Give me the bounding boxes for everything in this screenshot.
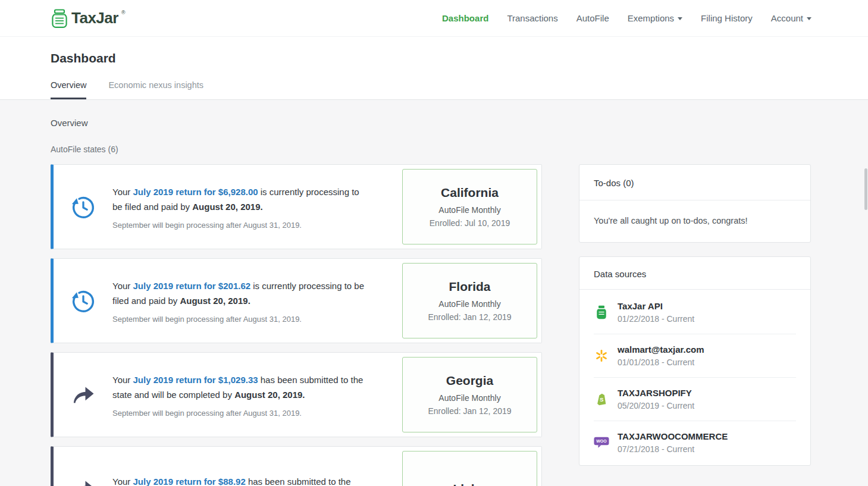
data-source-name: walmart@taxjar.com (618, 344, 704, 355)
data-source-list: TaxJar API 01/22/2018 - Current walmart@… (579, 290, 810, 465)
return-status-text: Your July 2019 return for $88.92 has bee… (112, 474, 365, 486)
due-date-text: August 20, 2019. (180, 296, 250, 306)
nav-item-label: Filing History (701, 13, 753, 23)
data-source-name: TaxJar API (618, 300, 694, 312)
walmart-spark-icon (595, 349, 608, 362)
taxjar-jar-logo-icon (51, 9, 68, 28)
brand-name: TaxJar (71, 9, 118, 27)
scrollbar[interactable] (864, 168, 867, 210)
nav-item-dashboard[interactable]: Dashboard (442, 13, 488, 23)
state-summary-box: California AutoFile Monthly Enrolled: Ju… (402, 169, 537, 244)
tab-economic-nexus-insights[interactable]: Economic nexus insights (108, 80, 203, 99)
data-source-icon-wrap: WOO (594, 437, 609, 449)
status-text-prefix: Your (112, 281, 133, 291)
status-text-prefix: Your (112, 375, 133, 385)
woocommerce-icon: WOO (594, 437, 609, 449)
right-column: To-dos (0) You're all caught up on to-do… (579, 164, 811, 466)
return-amount-link[interactable]: July 2019 return for $88.92 (133, 476, 245, 486)
enrolled-date: Enrolled: Jan 12, 2019 (428, 406, 511, 416)
status-icon-wrap (54, 382, 112, 407)
tab-overview[interactable]: Overview (51, 80, 86, 99)
main-content: Overview AutoFile states (6) Your July 2… (0, 100, 868, 486)
autofile-state-card: Your July 2019 return for $88.92 has bee… (51, 446, 542, 486)
chevron-down-icon (807, 17, 811, 20)
svg-text:WOO: WOO (596, 439, 607, 443)
nav-item-filing-history[interactable]: Filing History (701, 13, 753, 23)
autofile-plan: AutoFile Monthly (438, 393, 500, 403)
state-name: Idaho (453, 482, 487, 486)
status-icon-wrap (54, 476, 112, 486)
overview-section-label: Overview (51, 118, 868, 128)
page-tabs: Overview Economic nexus insights (51, 80, 817, 99)
data-source-period: 05/20/2019 - Current (618, 400, 694, 411)
page-title: Dashboard (51, 37, 817, 65)
state-name: Georgia (446, 374, 493, 388)
data-source-period: 01/22/2018 - Current (618, 313, 694, 324)
nav-item-account[interactable]: Account (771, 13, 811, 23)
due-date-text: August 20, 2019. (234, 390, 305, 400)
return-status-text: Your July 2019 return for $201.62 is cur… (112, 278, 365, 324)
return-status-text: Your July 2019 return for $1,029.33 has … (112, 372, 365, 418)
nav-item-label: Transactions (507, 13, 557, 23)
autofile-state-card: Your July 2019 return for $1,029.33 has … (51, 352, 542, 437)
data-source-item[interactable]: WOO TAXJARWOOCOMMERCE 07/21/2018 - Curre… (594, 421, 796, 464)
data-source-item[interactable]: S TAXJARSHOPIFY 05/20/2019 - Current (594, 377, 796, 421)
state-name: California (441, 186, 499, 200)
taxjar-jar-icon (596, 305, 607, 319)
status-icon-wrap (54, 193, 112, 221)
data-source-icon-wrap (594, 305, 609, 319)
enrolled-date: Enrolled: Jul 10, 2019 (430, 218, 510, 228)
tab-label: Overview (51, 80, 86, 90)
september-note: September will begin processing after Au… (112, 221, 365, 230)
status-text-prefix: Your (112, 187, 133, 197)
todos-panel: To-dos (0) You're all caught up on to-do… (579, 164, 811, 243)
state-name: Florida (449, 280, 490, 294)
due-date-text: August 20, 2019. (192, 202, 262, 212)
status-text-prefix: Your (112, 476, 133, 486)
topbar: TaxJar ® Dashboard Transactions AutoFile… (0, 0, 868, 37)
nav-item-label: Exemptions (628, 13, 674, 23)
history-clock-icon (70, 193, 97, 221)
nav-item-label: Dashboard (442, 13, 488, 23)
nav-item-label: Account (771, 13, 803, 23)
data-source-item[interactable]: TaxJar API 01/22/2018 - Current (594, 291, 796, 334)
data-source-icon-wrap (594, 349, 609, 362)
data-source-name: TAXJARWOOCOMMERCE (618, 431, 728, 442)
status-icon-wrap (54, 287, 112, 315)
autofile-plan: AutoFile Monthly (438, 299, 500, 309)
return-amount-link[interactable]: July 2019 return for $201.62 (133, 281, 250, 291)
autofile-state-card: Your July 2019 return for $6,928.00 is c… (51, 164, 542, 249)
nav-item-autofile[interactable]: AutoFile (576, 13, 609, 23)
data-source-icon-wrap: S (594, 392, 609, 406)
history-clock-icon (70, 287, 97, 315)
autofile-plan: AutoFile Monthly (438, 205, 500, 215)
enrolled-date: Enrolled: Jan 12, 2019 (428, 312, 511, 322)
chevron-down-icon (678, 17, 682, 20)
nav-item-label: AutoFile (576, 13, 609, 23)
return-amount-link[interactable]: July 2019 return for $1,029.33 (133, 375, 258, 385)
data-source-item[interactable]: walmart@taxjar.com 01/01/2018 - Current (594, 334, 796, 377)
return-amount-link[interactable]: July 2019 return for $6,928.00 (133, 187, 258, 197)
svg-text:S: S (600, 396, 604, 403)
data-source-period: 07/21/2018 - Current (618, 444, 728, 454)
registered-mark: ® (121, 10, 126, 15)
data-source-period: 01/01/2018 - Current (618, 357, 704, 368)
main-nav: Dashboard Transactions AutoFile Exemptio… (442, 13, 811, 23)
autofile-cards: Your July 2019 return for $6,928.00 is c… (51, 164, 542, 486)
todos-message: You're all caught up on to-dos, congrats… (579, 200, 810, 242)
nav-item-transactions[interactable]: Transactions (507, 13, 557, 23)
submitted-arrow-icon (71, 382, 96, 407)
todos-title: To-dos (0) (579, 165, 810, 200)
taxjar-logo[interactable]: TaxJar ® (51, 9, 126, 28)
submitted-arrow-icon (71, 476, 96, 486)
tab-label: Economic nexus insights (108, 80, 203, 90)
nav-item-exemptions[interactable]: Exemptions (628, 13, 682, 23)
september-note: September will begin processing after Au… (112, 409, 365, 418)
autofile-state-card: Your July 2019 return for $201.62 is cur… (51, 258, 542, 343)
september-note: September will begin processing after Au… (112, 315, 365, 324)
autofile-states-label: AutoFile states (6) (51, 145, 868, 154)
data-source-name: TAXJARSHOPIFY (618, 387, 694, 399)
data-sources-title: Data sources (579, 257, 810, 290)
data-sources-panel: Data sources TaxJar API 01/22/2018 - Cur… (579, 256, 811, 466)
return-status-text: Your July 2019 return for $6,928.00 is c… (112, 184, 365, 230)
